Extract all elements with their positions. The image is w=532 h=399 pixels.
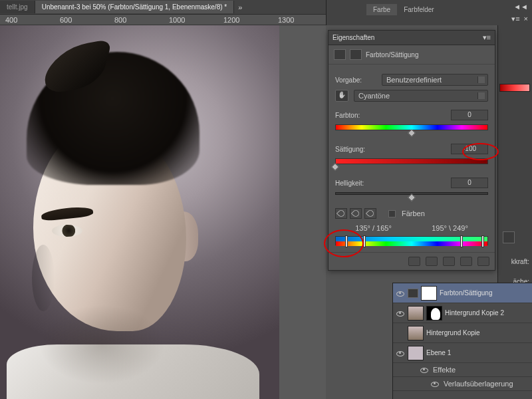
layer-fx-item[interactable]: Verlaufsüberlagerung [393,377,532,391]
channel-dropdown[interactable]: Cyantöne▾ [354,90,488,102]
visibility-icon[interactable] [396,309,405,318]
layer-name: Farbton/Sättigung [440,289,493,297]
adjustment-icon[interactable] [334,49,346,60]
hue-range-bar[interactable] [335,236,488,245]
layer-thumb[interactable] [408,326,424,340]
tabs-overflow-icon[interactable]: » [234,3,246,11]
layer-mask-thumb[interactable] [421,286,437,301]
hue-range-handle[interactable] [481,235,484,247]
mask-icon[interactable] [350,49,362,60]
hue-label: Farbton: [335,112,451,119]
hue-range-handle[interactable] [363,235,366,247]
adjustment-thumb-icon [408,289,418,298]
doc-tab-1[interactable]: tellt.jpg [0,1,35,13]
eyedropper-icon[interactable] [335,208,347,219]
layer-fx-row[interactable]: Effekte [393,363,532,377]
layer-mask-thumb[interactable] [426,306,442,321]
opacity-label: kkraft: [511,258,529,265]
visibility-icon[interactable] [396,289,405,298]
eyedropper-subtract-icon[interactable] [364,208,376,219]
tab-farbfelder[interactable]: Farbfelder [397,4,441,15]
visibility-icon[interactable] [420,365,429,374]
effect-name: Verlaufsüberlagerung [444,380,513,388]
layer-name: Hintergrund Kopie 2 [445,309,504,317]
preset-dropdown[interactable]: Benutzerdefiniert▾ [382,74,488,86]
tab-farbe[interactable]: Farbe [366,4,397,15]
colorize-checkbox[interactable] [388,210,396,217]
ruler-tick: 800 [114,16,126,24]
visibility-icon[interactable] [396,348,405,358]
lightness-label: Helligkeit: [335,180,451,187]
toggle-visibility-icon[interactable] [460,257,472,266]
panel-menu-icon[interactable]: ▾≡ [511,15,519,23]
eyedropper-add-icon[interactable] [350,208,362,219]
panel-close-icon[interactable]: × [524,15,528,23]
lightness-input[interactable]: 0 [451,178,488,188]
saturation-slider[interactable] [335,158,488,164]
hue-range-handle[interactable] [345,235,348,247]
doc-tab-2[interactable]: Unbenannt-3 bei 50% (Farbton/Sättigung 1… [35,1,235,13]
photo-portrait [0,25,279,399]
visibility-icon[interactable] [430,379,440,388]
layer-name: Hintergrund Kopie [426,329,480,336]
targeted-adjustment-icon[interactable] [335,90,348,102]
lightness-slider-thumb[interactable] [408,194,415,201]
properties-panel: Eigenschaften ▾≡ Farbton/Sättigung Vorga… [328,30,495,271]
adjustment-name: Farbton/Sättigung [366,51,419,59]
tool-icon[interactable] [503,231,515,243]
layer-name: Ebene 1 [426,349,451,356]
ruler-tick: 400 [5,16,17,24]
preset-label: Vorgabe: [335,76,382,84]
colorize-label: Färben [402,209,425,217]
trash-icon[interactable] [477,257,489,266]
effects-label: Effekte [433,366,456,374]
saturation-label: Sättigung: [335,146,451,153]
panel-collapse-icon[interactable]: ◄◄ [513,3,528,11]
properties-title: Eigenschaften [332,34,374,41]
layers-panel: Farbton/Sättigung Hintergrund Kopie 2 Hi… [392,283,532,399]
layer-row[interactable]: Hintergrund Kopie 2 [393,303,532,323]
ruler-tick: 1000 [169,16,185,24]
hue-range-labels: 135° / 165° 195° \ 249° [335,224,488,232]
color-ramp[interactable] [499,84,530,92]
canvas[interactable] [0,25,326,399]
hue-input[interactable]: 0 [451,110,488,120]
hue-range-handle[interactable] [460,235,463,247]
layer-row[interactable]: Ebene 1 [393,343,532,363]
layer-thumb[interactable] [408,346,424,360]
hue-slider-thumb[interactable] [408,129,415,136]
view-previous-icon[interactable] [426,257,438,266]
ruler-tick: 600 [60,16,72,24]
clip-to-layer-icon[interactable] [408,257,420,266]
saturation-slider-thumb[interactable] [331,163,338,170]
ruler-tick: 1200 [223,16,239,24]
saturation-input[interactable]: -100 [451,144,488,154]
layer-thumb[interactable] [408,306,424,321]
layer-row[interactable]: Farbton/Sättigung [393,283,532,303]
color-panel-header: ◄◄ Farbe Farbfelder ▾≡× [326,0,532,25]
panel-menu-icon[interactable]: ▾≡ [483,33,491,42]
ruler-tick: 1300 [278,16,294,24]
reset-icon[interactable] [443,257,455,266]
layer-row[interactable]: Hintergrund Kopie [393,323,532,343]
